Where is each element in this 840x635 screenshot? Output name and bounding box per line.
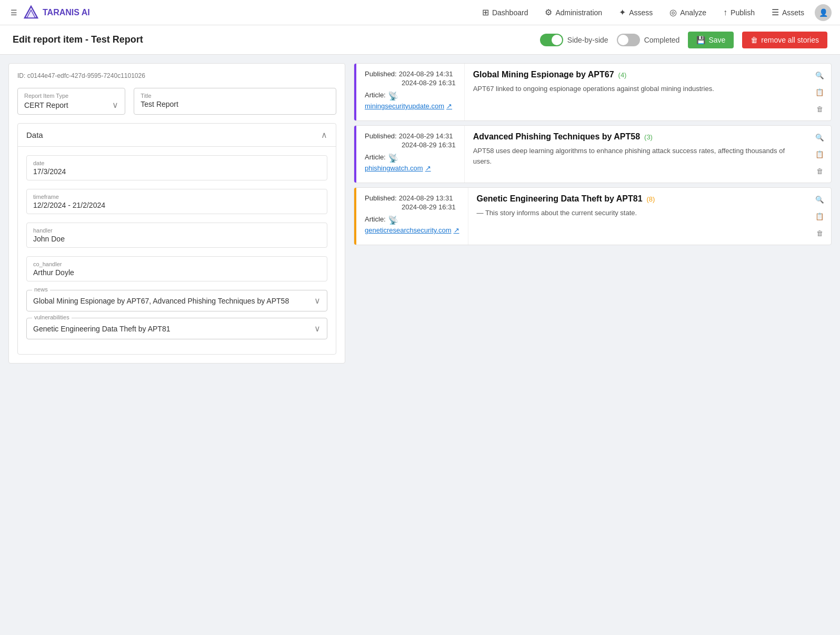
story-published-date1-1: 2024-08-29 14:31: [399, 70, 453, 78]
chevron-down-icon: ∨: [112, 100, 118, 110]
story-badge-1[interactable]: (4): [618, 71, 627, 79]
co-handler-value: Arthur Doyle: [33, 268, 321, 277]
handler-field: handler John Doe: [26, 223, 327, 248]
completed-label: Completed: [644, 36, 680, 44]
vulnerabilities-chevron-icon: ∨: [314, 324, 321, 334]
story-delete-button-3[interactable]: 🗑: [812, 226, 827, 240]
nav-dashboard-label: Dashboard: [492, 8, 528, 17]
story-search-button-2[interactable]: 🔍: [812, 130, 827, 145]
co-handler-field: co_handler Arthur Doyle: [26, 256, 327, 281]
rss-icon-1: 📡: [388, 91, 398, 101]
vulnerabilities-select[interactable]: vulnerabilities Genetic Engineering Data…: [26, 318, 327, 339]
side-by-side-toggle[interactable]: [540, 34, 563, 46]
story-published-date2-3: 2024-08-29 16:31: [402, 203, 459, 211]
report-item-type-value: CERT Report: [24, 101, 68, 109]
side-by-side-toggle-group: Side-by-side: [540, 34, 608, 46]
story-title-1: Global Mining Espionage by APT67 (4): [473, 70, 799, 79]
story-article-label-3: Article:: [365, 215, 386, 225]
data-section-header[interactable]: Data ∧: [18, 124, 336, 147]
user-avatar[interactable]: 👤: [815, 4, 832, 21]
story-delete-button-2[interactable]: 🗑: [812, 164, 827, 178]
nav-assets-label: Assets: [782, 8, 804, 17]
vulnerabilities-value: Genetic Engineering Data Theft by APT81: [33, 325, 314, 333]
report-item-type-field[interactable]: Report Item Type CERT Report ∨: [17, 88, 125, 115]
analyze-icon: ◎: [669, 7, 677, 17]
record-id: ID: c0144e47-edfc-427d-9595-7240c1101026: [17, 72, 336, 79]
save-label: Save: [708, 36, 725, 44]
story-article-row-1: Article: 📡: [365, 91, 456, 101]
remove-label: remove all stories: [761, 36, 819, 44]
date-label: date: [33, 160, 321, 166]
story-card-2: Published: 2024-08-29 14:31 2024-08-29 1…: [354, 125, 832, 183]
story-article-row-2: Article: 📡: [365, 153, 456, 163]
nav-assets[interactable]: ☰ Assets: [765, 4, 811, 21]
news-select[interactable]: news Global Mining Espionage by APT67, A…: [26, 290, 327, 311]
user-icon: 👤: [819, 8, 828, 17]
news-legend: news: [32, 286, 50, 293]
timeframe-field: timeframe 12/2/2024 - 21/2/2024: [26, 189, 327, 214]
story-article-url-1: miningsecurityupdate.com ↗: [365, 102, 456, 110]
story-search-button-3[interactable]: 🔍: [812, 192, 827, 207]
nav-administration[interactable]: ⚙ Administration: [538, 4, 608, 21]
menu-icon[interactable]: ☰: [8, 6, 19, 19]
story-delete-button-1[interactable]: 🗑: [812, 102, 827, 116]
nav-analyze[interactable]: ◎ Analyze: [663, 4, 713, 21]
story-actions-1: 🔍 📋 🗑: [808, 64, 831, 120]
data-section-label: Data: [26, 130, 43, 139]
story-copy-button-1[interactable]: 📋: [812, 85, 827, 99]
timeframe-value: 12/2/2024 - 21/2/2024: [33, 201, 321, 209]
vulnerabilities-legend: vulnerabilities: [32, 314, 72, 320]
story-badge-2[interactable]: (3): [644, 133, 653, 141]
page-header: Edit report item - Test Report Side-by-s…: [0, 25, 840, 55]
handler-label: handler: [33, 227, 321, 234]
nav-publish-label: Publish: [731, 8, 755, 17]
completed-toggle-knob: [618, 35, 628, 45]
story-badge-3[interactable]: (8): [647, 195, 655, 203]
story-article-url-2: phishingwatch.com ↗: [365, 164, 456, 172]
story-actions-3: 🔍 📋 🗑: [808, 188, 831, 245]
story-card-3: Published: 2024-08-29 13:31 2024-08-29 1…: [354, 187, 832, 245]
title-value: Test Report: [141, 100, 329, 108]
story-link-1[interactable]: miningsecurityupdate.com ↗: [365, 102, 456, 110]
title-field: Title Test Report: [134, 88, 336, 115]
story-content-3: Genetic Engineering Data Theft by APT81 …: [468, 188, 808, 245]
date-field: date 17/3/2024: [26, 155, 327, 180]
nav-assess[interactable]: ✦ Assess: [613, 4, 659, 21]
remove-all-stories-button[interactable]: 🗑 remove all stories: [742, 32, 827, 48]
co-handler-label: co_handler: [33, 261, 321, 267]
nav-publish[interactable]: ↑ Publish: [717, 5, 761, 21]
report-item-type-dropdown[interactable]: CERT Report ∨: [24, 100, 118, 110]
rss-icon-2: 📡: [388, 153, 398, 163]
news-chevron-icon: ∨: [314, 296, 321, 306]
external-link-icon-2: ↗: [425, 164, 431, 172]
assess-icon: ✦: [619, 7, 626, 17]
story-article-label-2: Article:: [365, 153, 386, 163]
story-copy-button-2[interactable]: 📋: [812, 147, 827, 162]
story-published-date2-2: 2024-08-29 16:31: [402, 141, 456, 149]
title-label: Title: [141, 93, 329, 99]
story-published-label-3: Published:: [365, 194, 397, 202]
external-link-icon-1: ↗: [446, 102, 452, 110]
story-meta-1: Published: 2024-08-29 14:31 2024-08-29 1…: [356, 64, 465, 120]
completed-toggle[interactable]: [617, 34, 640, 46]
collapse-icon: ∧: [321, 130, 327, 140]
right-panel: Published: 2024-08-29 14:31 2024-08-29 1…: [354, 63, 832, 364]
main-content: ID: c0144e47-edfc-427d-9595-7240c1101026…: [0, 55, 840, 372]
data-section-body: date 17/3/2024 timeframe 12/2/2024 - 21/…: [18, 147, 336, 354]
date-value: 17/3/2024: [33, 167, 321, 176]
save-button[interactable]: 💾 Save: [688, 32, 734, 48]
story-desc-1: APT67 linked to ongoing espionage operat…: [473, 84, 799, 94]
dashboard-icon: ⊞: [482, 7, 489, 17]
story-desc-2: APT58 uses deep learning algorithms to e…: [473, 146, 799, 166]
story-link-2[interactable]: phishingwatch.com ↗: [365, 164, 456, 172]
news-value: Global Mining Espionage by APT67, Advanc…: [33, 297, 314, 305]
story-search-button-1[interactable]: 🔍: [812, 68, 827, 83]
story-published-label-2: Published:: [365, 132, 397, 140]
story-published-row-3: Published: 2024-08-29 13:31: [365, 194, 459, 202]
story-copy-button-3[interactable]: 📋: [812, 209, 827, 224]
story-link-3[interactable]: geneticresearchsecurity.com ↗: [365, 226, 459, 234]
nav-dashboard[interactable]: ⊞ Dashboard: [476, 4, 535, 21]
publish-icon: ↑: [723, 8, 727, 17]
side-by-side-label: Side-by-side: [567, 36, 608, 44]
assets-icon: ☰: [772, 7, 779, 17]
